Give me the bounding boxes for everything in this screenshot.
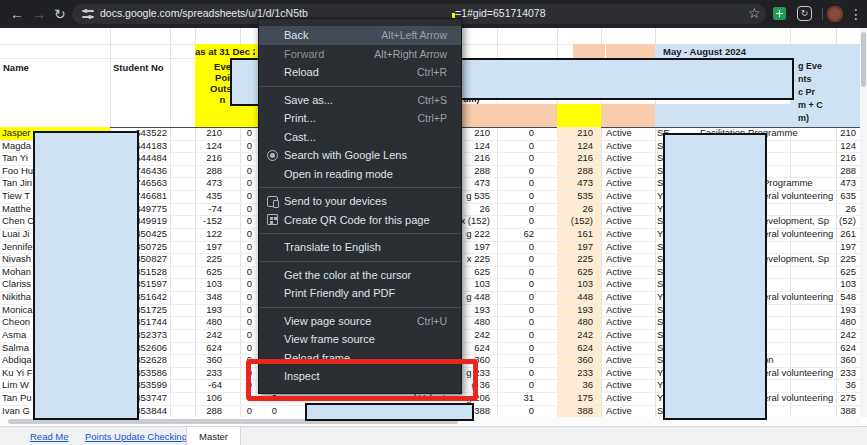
vertical-scrollbar-thumb[interactable] — [861, 32, 866, 87]
menu-item-print-friendly-and-pdf[interactable]: Print Friendly and PDF — [259, 284, 461, 303]
c7-cell: 36 — [557, 379, 593, 392]
url-text-fragment[interactable]: =1#gid=651714078 — [455, 7, 546, 19]
menu-item-label: Forward — [284, 48, 324, 60]
vertical-scrollbar[interactable] — [860, 28, 867, 417]
c6-cell: 0 — [495, 253, 534, 266]
menu-item-view-page-source[interactable]: View page sourceCtrl+U — [259, 312, 461, 331]
c6-cell: 0 — [495, 215, 534, 228]
reload-icon[interactable]: ↻ — [54, 4, 66, 24]
bookmark-star-icon[interactable]: ☆ — [748, 3, 761, 23]
menu-item-shortcut: Ctrl+R — [417, 63, 447, 82]
status-cell: Active — [606, 316, 654, 329]
menu-separator — [259, 233, 461, 234]
c6-cell: 62 — [495, 228, 534, 241]
c6-cell: 0 — [495, 190, 534, 203]
band-asat-label: as at 31 Dec 2 — [195, 46, 255, 57]
c7-cell: 535 — [557, 190, 593, 203]
c6-cell: 0 — [495, 367, 534, 380]
menu-item-label: View frame source — [284, 333, 375, 345]
points-cell: 197 — [172, 241, 222, 254]
points-cell: 124 — [172, 140, 222, 153]
points-cell: 210 — [172, 127, 222, 140]
avatar[interactable] — [827, 6, 843, 22]
c7-cell: 161 — [557, 228, 593, 241]
menu-item-shortcut: Ctrl+U — [417, 312, 447, 331]
c7-cell: 448 — [557, 291, 593, 304]
menu-item-label: Cast... — [284, 131, 316, 143]
back-icon[interactable]: ← — [10, 4, 24, 24]
zero-cell: 0 — [230, 177, 252, 190]
points-cell: 360 — [172, 354, 222, 367]
c6-cell: 0 — [495, 379, 534, 392]
menu-item-label: Send to your devices — [284, 195, 387, 207]
c8-cell: 216 — [816, 152, 856, 165]
menu-item-translate-to-english[interactable]: Translate to English — [259, 238, 461, 257]
menu-item-create-qr-code-for-this-page[interactable]: Create QR Code for this page — [259, 211, 461, 230]
status-cell: Active — [606, 190, 654, 203]
c6-cell: 0 — [495, 152, 534, 165]
menu-item-view-frame-source[interactable]: View frame source — [259, 330, 461, 349]
menu-item-cast[interactable]: Cast... — [259, 128, 461, 147]
status-cell: Active — [606, 241, 654, 254]
menu-item-label: Save as... — [284, 94, 333, 106]
menu-item-print[interactable]: Print...Ctrl+P — [259, 109, 461, 128]
points-cell: 473 — [172, 177, 222, 190]
print-friendly-icon — [267, 288, 278, 299]
c7-cell: 124 — [557, 140, 593, 153]
menu-item-back[interactable]: BackAlt+Left Arrow — [259, 26, 461, 45]
points-cell: 242 — [172, 329, 222, 342]
c7-cell: 473 — [557, 177, 593, 190]
c8-cell: 360 — [816, 354, 856, 367]
menu-item-label: Print Friendly and PDF — [284, 287, 395, 299]
tab-master[interactable]: Master — [186, 427, 241, 445]
status-cell: Active — [606, 342, 654, 355]
menu-item-search-with-google-lens[interactable]: Search with Google Lens — [259, 146, 461, 165]
c6-cell: 0 — [495, 165, 534, 178]
points-cell: 288 — [172, 405, 222, 418]
zero-cell: 0 — [230, 152, 252, 165]
menu-item-get-the-color-at-the-cursor[interactable]: Get the color at the cursor — [259, 266, 461, 285]
menu-item-open-in-reading-mode[interactable]: Open in reading mode — [259, 165, 461, 184]
c8-cell: 388 — [816, 405, 856, 418]
zero-cell: 0 — [230, 215, 252, 228]
menu-item-reload[interactable]: ReloadCtrl+R — [259, 63, 461, 82]
zero-cell: 0 — [230, 190, 252, 203]
header-blue-strip — [655, 104, 790, 127]
zero-cell: 0 — [230, 127, 252, 140]
menu-item-forward: ForwardAlt+Right Arrow — [259, 45, 461, 64]
status-cell: Active — [606, 278, 654, 291]
status-cell: Active — [606, 177, 654, 190]
c7-cell: 388 — [557, 405, 593, 418]
status-cell: Active — [606, 354, 654, 367]
points-cell: 122 — [172, 228, 222, 241]
zero2-cell: 0 — [262, 405, 277, 418]
tab-points-update-checking[interactable]: Points Update Checking — [85, 431, 187, 442]
menu-item-save-as[interactable]: Save as...Ctrl+S — [259, 91, 461, 110]
c8-cell: 473 — [816, 177, 856, 190]
site-info-icon[interactable] — [82, 8, 94, 20]
zero-cell: 0 — [230, 278, 252, 291]
sheets-extension-icon[interactable] — [773, 7, 786, 20]
c6-cell: 0 — [495, 203, 534, 216]
points-cell: -74 — [172, 203, 222, 216]
status-cell: Active — [606, 215, 654, 228]
c7-cell: (152) — [557, 215, 593, 228]
column-header-name: Name — [3, 62, 29, 73]
menu-item-shortcut: Alt+Left Arrow — [381, 26, 447, 45]
column-header-student-no: Student No — [113, 62, 164, 73]
c7-cell: 193 — [557, 304, 593, 317]
sheet-tab-bar: Read Me Points Update Checking Master — [0, 426, 867, 445]
status-cell: Active — [606, 203, 654, 216]
menu-item-label: Back — [284, 29, 308, 41]
c6-cell: 0 — [495, 405, 534, 418]
c8-cell: 124 — [816, 140, 856, 153]
c8-cell: 480 — [816, 316, 856, 329]
band-peach-cell2 — [606, 44, 655, 58]
c6-cell: 0 — [495, 127, 534, 140]
menu-separator — [259, 261, 461, 262]
tab-read-me[interactable]: Read Me — [30, 431, 69, 442]
menu-item-send-to-your-devices[interactable]: Send to your devices — [259, 192, 461, 211]
profile-switcher-icon[interactable]: ↻ — [797, 6, 812, 21]
browser-menu-icon[interactable]: ⋮ — [849, 4, 863, 24]
c7-cell: 26 — [557, 203, 593, 216]
